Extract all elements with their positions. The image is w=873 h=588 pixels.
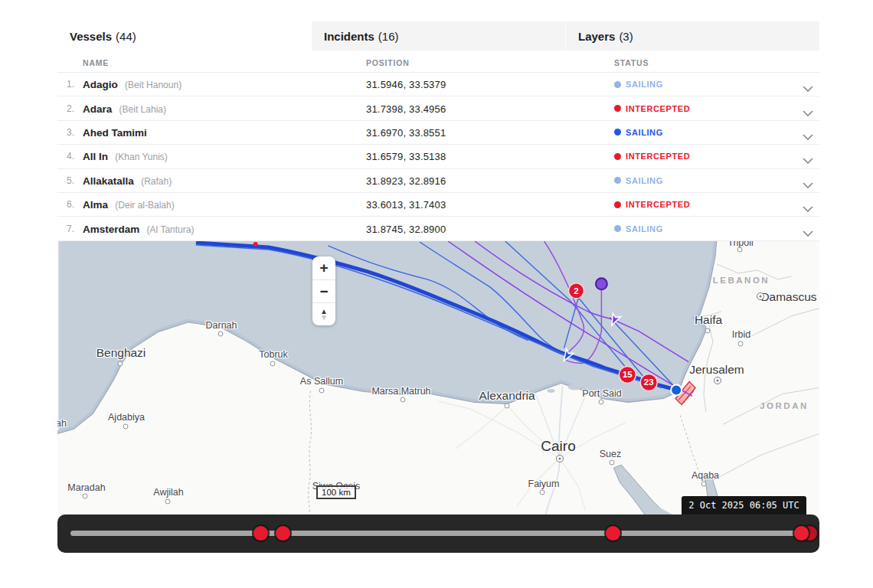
tab-vessels-count: (44) (116, 30, 136, 43)
vessel-position: 31.8745, 32.8900 (366, 223, 446, 234)
status-dot-icon (614, 129, 621, 136)
vessel-position: 31.6970, 33.8551 (366, 126, 446, 138)
zoom-in-button[interactable]: + (312, 256, 335, 279)
status-dot-icon (614, 105, 621, 112)
row-number: 5. (67, 175, 74, 186)
table-row[interactable]: 3.Ahed Tamimi31.6970, 33.8551SAILING (57, 121, 819, 145)
row-number: 1. (67, 79, 74, 90)
vessel-position: 31.7398, 33.4956 (366, 103, 446, 114)
timeline-handle[interactable] (794, 526, 809, 541)
vessel-origin: (Deir al-Balah) (113, 200, 175, 211)
timeline-handle[interactable] (606, 526, 620, 541)
status-label: INTERCEPTED (626, 104, 690, 113)
timeline-handle[interactable] (276, 526, 290, 541)
compass-button[interactable]: ▲ ▼ (312, 302, 335, 325)
status-dot-icon (614, 153, 621, 160)
tab-incidents[interactable]: Incidents (16) (312, 21, 565, 51)
status-dot-icon (614, 225, 621, 232)
status-badge: SAILING (614, 80, 663, 89)
vessel-name: All In (Khan Yunis) (83, 151, 168, 162)
map-scale-bar: 100 km (316, 485, 356, 499)
row-number: 6. (67, 199, 74, 210)
status-dot-icon (614, 81, 621, 88)
chevron-down-icon[interactable] (803, 178, 813, 184)
row-number: 3. (67, 127, 74, 138)
vessel-name: Amsterdam (Al Tantura) (83, 223, 194, 234)
chevron-down-icon[interactable] (803, 106, 813, 112)
chevron-down-icon[interactable] (803, 129, 813, 136)
tab-bar: Vessels (44) Incidents (16) Layers (3) (57, 21, 819, 51)
status-dot-icon (614, 177, 621, 184)
column-header-position: POSITION (366, 58, 410, 67)
timeline-handle[interactable] (253, 526, 268, 541)
chevron-down-icon[interactable] (803, 201, 813, 207)
status-badge: INTERCEPTED (614, 152, 690, 161)
vessel-name: Ahed Tamimi (83, 126, 147, 138)
vessel-name: Adara (Beit Lahia) (83, 103, 166, 114)
vessel-position: 31.6579, 33.5138 (366, 151, 446, 162)
vessel-position: 31.5946, 33.5379 (366, 79, 446, 90)
tab-layers[interactable]: Layers (3) (566, 21, 819, 51)
vessel-origin: (Beit Hanoun) (123, 80, 181, 90)
vessel-table-body: 1.Adagio (Beit Hanoun)31.5946, 33.5379SA… (57, 73, 819, 241)
zoom-out-button[interactable]: − (312, 279, 335, 302)
chevron-down-icon[interactable] (803, 226, 813, 232)
map-geography: 21523 (57, 241, 819, 516)
table-row[interactable]: 1.Adagio (Beit Hanoun)31.5946, 33.5379SA… (57, 73, 819, 96)
tab-incidents-count: (16) (378, 30, 399, 43)
row-number: 4. (67, 151, 74, 162)
vessel-position: 31.8923, 32.8916 (366, 175, 446, 186)
cluster-marker[interactable]: 2 (569, 283, 584, 299)
status-label: SAILING (626, 176, 663, 185)
status-badge: SAILING (614, 128, 663, 137)
vessel-origin: (Khan Yunis) (113, 152, 168, 162)
vessel-origin: (Beit Lahia) (116, 103, 166, 114)
tab-vessels[interactable]: Vessels (44) (57, 21, 311, 51)
map-canvas[interactable]: 21523 LEBANONJORDANTripoliBenghaziDarnah… (57, 241, 819, 516)
vessel-position: 33.6013, 31.7403 (366, 199, 446, 211)
vessel-name: Allakatalla (Rafah) (83, 175, 172, 186)
tab-vessels-label: Vessels (70, 30, 112, 43)
tab-layers-label: Layers (578, 30, 615, 43)
status-label: SAILING (626, 128, 663, 137)
svg-text:23: 23 (644, 377, 654, 387)
status-badge: INTERCEPTED (614, 200, 690, 209)
vessel-name: Adagio (Beit Hanoun) (83, 79, 181, 90)
column-header-status: STATUS (614, 58, 649, 67)
compass-down-icon: ▼ (320, 315, 328, 321)
table-row[interactable]: 7.Amsterdam (Al Tantura)31.8745, 32.8900… (57, 217, 819, 240)
status-badge: SAILING (614, 176, 663, 185)
svg-text:2: 2 (574, 286, 578, 296)
status-badge: INTERCEPTED (614, 104, 690, 113)
timeline-track[interactable] (70, 531, 813, 536)
vessel-dot-small[interactable] (253, 242, 258, 247)
status-dot-icon (614, 201, 621, 208)
table-header: NAME POSITION STATUS (57, 51, 819, 73)
status-label: INTERCEPTED (626, 200, 690, 209)
chevron-down-icon[interactable] (803, 81, 813, 87)
table-row[interactable]: 5.Allakatalla (Rafah)31.8923, 32.8916SAI… (57, 169, 819, 193)
row-number: 2. (67, 103, 74, 114)
column-header-name: NAME (83, 58, 109, 67)
status-label: SAILING (626, 80, 663, 89)
tab-incidents-label: Incidents (324, 30, 374, 43)
vessel-origin: (Rafah) (139, 175, 172, 186)
status-badge: SAILING (614, 224, 663, 234)
timeline-bar (57, 514, 819, 553)
row-number: 7. (67, 224, 74, 234)
vessel-name: Alma (Deir al-Balah) (83, 199, 175, 211)
svg-text:15: 15 (623, 371, 633, 380)
vessel-dot[interactable] (596, 278, 607, 289)
timestamp-badge: 2 Oct 2025 06:05 UTC (682, 496, 806, 514)
status-label: INTERCEPTED (626, 152, 690, 161)
table-row[interactable]: 6.Alma (Deir al-Balah)33.6013, 31.7403IN… (57, 193, 819, 217)
status-label: SAILING (626, 224, 663, 234)
cluster-marker[interactable]: 15 (619, 367, 636, 384)
table-row[interactable]: 2.Adara (Beit Lahia)31.7398, 33.4956INTE… (57, 96, 819, 120)
vessel-dot[interactable] (671, 384, 682, 395)
chevron-down-icon[interactable] (803, 153, 813, 159)
vessel-origin: (Al Tantura) (144, 224, 194, 234)
tab-layers-count: (3) (619, 30, 633, 43)
table-row[interactable]: 4.All In (Khan Yunis)31.6579, 33.5138INT… (57, 145, 819, 168)
cluster-marker[interactable]: 23 (640, 374, 657, 391)
